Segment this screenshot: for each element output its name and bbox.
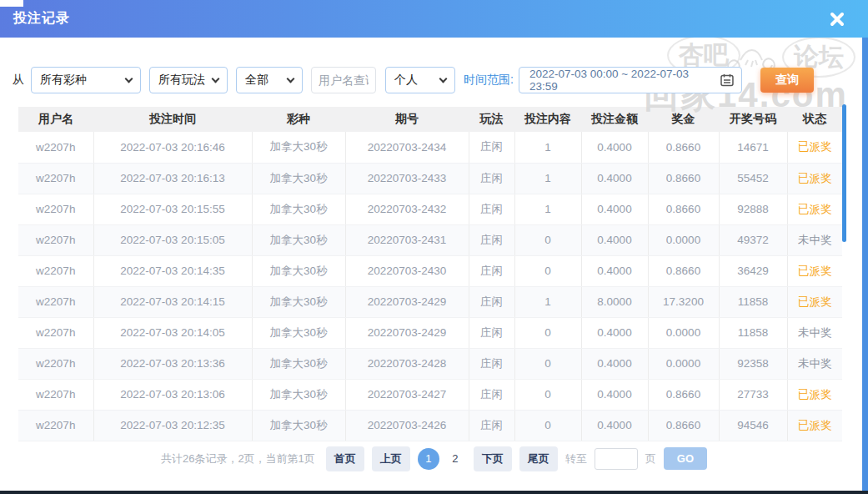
table-cell: 0.0000 bbox=[648, 224, 719, 255]
pagination-bar: 共计26条记录，2页，当前第1页 首页 上页 12 下页 尾页 转至 页 GO bbox=[0, 446, 868, 471]
table-cell: 20220703-2430 bbox=[345, 255, 469, 286]
table-row: w2207h2022-07-03 20:15:55加拿大30秒20220703-… bbox=[18, 194, 842, 224]
table-cell: 36429 bbox=[719, 255, 787, 286]
chevron-down-icon bbox=[287, 75, 295, 83]
table-cell: 庄闲 bbox=[469, 194, 514, 224]
from-label: 从 bbox=[13, 73, 24, 88]
table-cell: w2207h bbox=[18, 224, 93, 255]
table-row: w2207h2022-07-03 20:14:15加拿大30秒20220703-… bbox=[18, 286, 842, 317]
table-row: w2207h2022-07-03 20:14:05加拿大30秒20220703-… bbox=[18, 317, 842, 348]
bet-records-table: 用户名投注时间彩种期号玩法投注内容投注金额奖金开奖号码状态 w2207h2022… bbox=[18, 107, 842, 441]
table-cell: 20220703-2427 bbox=[345, 379, 469, 410]
table-cell: 20220703-2429 bbox=[345, 317, 469, 348]
status-cell: 已派奖 bbox=[787, 255, 842, 286]
play-type-value: 所有玩法 bbox=[158, 73, 205, 88]
table-row: w2207h2022-07-03 20:13:36加拿大30秒20220703-… bbox=[18, 348, 842, 379]
table-cell: 0.4000 bbox=[581, 255, 648, 286]
table-header-row: 用户名投注时间彩种期号玩法投注内容投注金额奖金开奖号码状态 bbox=[18, 107, 842, 132]
status-cell: 未中奖 bbox=[787, 317, 842, 348]
table-cell: 0.8660 bbox=[648, 132, 719, 163]
column-header: 投注内容 bbox=[514, 107, 581, 132]
table-container: 用户名投注时间彩种期号玩法投注内容投注金额奖金开奖号码状态 w2207h2022… bbox=[18, 107, 850, 441]
table-cell: w2207h bbox=[18, 194, 93, 224]
column-header: 投注金额 bbox=[581, 107, 648, 132]
scope-select[interactable]: 个人 bbox=[385, 67, 455, 93]
table-cell: 17.3200 bbox=[648, 286, 719, 317]
table-cell: 55452 bbox=[719, 163, 787, 194]
modal-title: 投注记录 bbox=[13, 10, 70, 28]
status-filter-select[interactable]: 全部 bbox=[236, 67, 303, 93]
table-cell: 2022-07-03 20:15:05 bbox=[93, 224, 252, 255]
table-cell: 庄闲 bbox=[469, 224, 514, 255]
status-cell: 未中奖 bbox=[787, 224, 842, 255]
table-cell: 庄闲 bbox=[469, 286, 514, 317]
page-2-button[interactable]: 2 bbox=[444, 448, 466, 470]
table-cell: 27733 bbox=[719, 379, 787, 410]
table-cell: 加拿大30秒 bbox=[252, 379, 345, 410]
query-button[interactable]: 查询 bbox=[760, 68, 814, 93]
table-cell: 92888 bbox=[719, 194, 787, 224]
table-cell: 加拿大30秒 bbox=[252, 348, 345, 379]
username-search-input[interactable] bbox=[311, 67, 376, 93]
table-cell: 11858 bbox=[719, 286, 787, 317]
first-page-button[interactable]: 首页 bbox=[326, 446, 364, 471]
table-cell: 加拿大30秒 bbox=[252, 163, 345, 194]
table-cell: w2207h bbox=[18, 379, 93, 410]
table-cell: 庄闲 bbox=[469, 163, 514, 194]
status-cell: 已派奖 bbox=[787, 132, 842, 163]
page-corner bbox=[0, 0, 23, 7]
table-cell: 92358 bbox=[719, 348, 787, 379]
table-cell: 0.8660 bbox=[648, 410, 719, 441]
column-header: 状态 bbox=[787, 107, 842, 132]
table-cell: 0.4000 bbox=[581, 379, 648, 410]
table-body: w2207h2022-07-03 20:16:46加拿大30秒20220703-… bbox=[18, 132, 842, 441]
table-cell: 2022-07-03 20:12:35 bbox=[93, 410, 252, 441]
page-1-button[interactable]: 1 bbox=[418, 448, 439, 470]
table-cell: 20220703-2431 bbox=[345, 224, 469, 255]
table-cell: 加拿大30秒 bbox=[252, 194, 345, 224]
table-cell: 0 bbox=[514, 255, 581, 286]
table-cell: w2207h bbox=[18, 286, 93, 317]
next-page-button[interactable]: 下页 bbox=[474, 446, 512, 471]
last-page-button[interactable]: 尾页 bbox=[519, 446, 558, 471]
column-header: 奖金 bbox=[648, 107, 719, 132]
column-header: 开奖号码 bbox=[719, 107, 787, 132]
status-cell: 已派奖 bbox=[787, 286, 842, 317]
table-cell: w2207h bbox=[18, 255, 93, 286]
table-cell: 20220703-2432 bbox=[345, 194, 469, 224]
table-cell: 加拿大30秒 bbox=[252, 224, 345, 255]
table-cell: 1 bbox=[514, 286, 581, 317]
chevron-down-icon bbox=[439, 75, 448, 83]
table-cell: 20220703-2426 bbox=[345, 410, 469, 441]
table-cell: 0.8660 bbox=[648, 255, 719, 286]
column-header: 彩种 bbox=[252, 107, 345, 132]
lottery-type-select[interactable]: 所有彩种 bbox=[31, 67, 141, 93]
table-cell: 20220703-2433 bbox=[345, 163, 469, 194]
table-cell: 庄闲 bbox=[469, 379, 514, 410]
table-cell: 0.0000 bbox=[648, 348, 719, 379]
table-cell: 0.0000 bbox=[648, 317, 719, 348]
table-cell: 0.8660 bbox=[648, 194, 719, 224]
column-header: 用户名 bbox=[18, 107, 93, 132]
go-button[interactable]: GO bbox=[664, 447, 707, 470]
table-cell: 庄闲 bbox=[469, 255, 514, 286]
table-cell: 14671 bbox=[719, 132, 787, 163]
close-button[interactable] bbox=[826, 8, 848, 30]
table-row: w2207h2022-07-03 20:16:13加拿大30秒20220703-… bbox=[18, 163, 842, 194]
table-cell: 加拿大30秒 bbox=[252, 286, 345, 317]
column-header: 投注时间 bbox=[93, 107, 252, 132]
scrollbar-thumb[interactable] bbox=[842, 104, 846, 242]
goto-label: 转至 bbox=[565, 451, 587, 466]
table-cell: 1 bbox=[514, 194, 581, 224]
table-row: w2207h2022-07-03 20:14:35加拿大30秒20220703-… bbox=[18, 255, 842, 286]
table-cell: 加拿大30秒 bbox=[252, 255, 345, 286]
table-cell: 0.8660 bbox=[648, 379, 719, 410]
time-range-input[interactable]: 2022-07-03 00:00 ~ 2022-07-03 23:59 bbox=[519, 67, 742, 93]
prev-page-button[interactable]: 上页 bbox=[372, 446, 410, 471]
play-type-select[interactable]: 所有玩法 bbox=[149, 67, 228, 93]
table-cell: 1 bbox=[514, 132, 581, 163]
goto-page-input[interactable] bbox=[595, 448, 638, 470]
table-cell: 11858 bbox=[719, 317, 787, 348]
table-cell: 1 bbox=[514, 163, 581, 194]
bottom-edge-bar bbox=[0, 491, 868, 494]
